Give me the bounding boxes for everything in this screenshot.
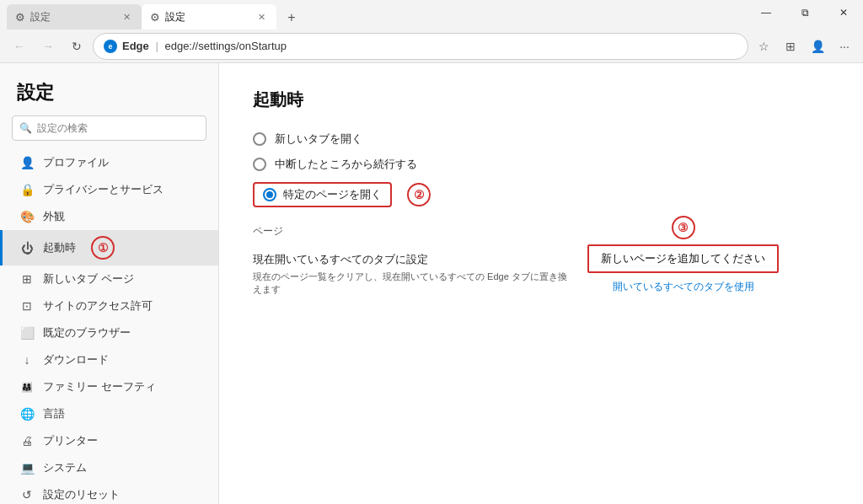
reset-icon: ↺ xyxy=(19,488,35,501)
current-tabs-desc: 現在のページ一覧をクリアし、現在開いているすべての Edge タブに置き換えます xyxy=(253,271,573,297)
back-button[interactable]: ← xyxy=(7,34,32,59)
address-text: Edge | edge://settings/onStartup xyxy=(122,40,737,52)
sidebar-title: 設定 xyxy=(0,63,218,115)
system-icon: 💻 xyxy=(19,461,35,475)
tab2-close-icon[interactable]: ✕ xyxy=(255,10,268,24)
radio-label-continue: 中断したところから続行する xyxy=(275,157,417,172)
titlebar: ⚙ 設定 ✕ ⚙ 設定 ✕ + — ⧉ ✕ xyxy=(0,0,863,29)
gear-icon-tab1: ⚙ xyxy=(15,11,25,24)
profile-sidebar-icon: 👤 xyxy=(19,156,35,169)
annotation-1: ① xyxy=(91,236,115,260)
current-tabs-section: 現在開いているすべてのタブに設定 現在のページ一覧をクリアし、現在開いているすべ… xyxy=(253,252,573,297)
main-layout: 設定 🔍 👤 プロファイル 🔒 プライバシーとサービス 🎨 外観 ⏻ 起動時 ①… xyxy=(0,63,863,504)
close-button[interactable]: ✕ xyxy=(824,0,863,28)
lock-icon: 🔒 xyxy=(19,183,35,196)
sidebar-item-family[interactable]: 👨‍👩‍👧 ファミリー セーフティ xyxy=(0,373,218,400)
radio-label-specific: 特定のページを開く xyxy=(283,187,382,202)
address-separator: | xyxy=(155,40,158,52)
printer-icon: 🖨 xyxy=(19,434,35,448)
search-box[interactable]: 🔍 xyxy=(12,115,206,141)
tab1-close-icon[interactable]: ✕ xyxy=(120,10,133,24)
profile-icon[interactable]: 👤 xyxy=(806,35,829,58)
sidebar-item-label: プリンター xyxy=(43,433,98,448)
gear-icon-tab2: ⚙ xyxy=(150,11,160,24)
sidebar-item-defaultbrowser[interactable]: ⬜ 既定のブラウザー xyxy=(0,319,218,346)
sidebar-item-newtab[interactable]: ⊞ 新しいタブ ページ xyxy=(0,265,218,292)
use-all-tabs-link[interactable]: 開いているすべてのタブを使用 xyxy=(587,280,779,294)
sidebar-item-privacy[interactable]: 🔒 プライバシーとサービス xyxy=(0,176,218,203)
collections-icon[interactable]: ⊞ xyxy=(779,35,802,58)
defaultbrowser-icon: ⬜ xyxy=(19,326,35,340)
minimize-button[interactable]: — xyxy=(747,0,785,28)
sidebar-item-label: システム xyxy=(43,460,87,475)
radio-circle-specific xyxy=(263,188,276,201)
sidebar-item-siteaccess[interactable]: ⊡ サイトのアクセス許可 xyxy=(0,292,218,319)
tab2-label: 設定 xyxy=(165,10,185,24)
sidebar-item-label: 起動時 xyxy=(43,240,76,255)
refresh-button[interactable]: ↻ xyxy=(64,34,89,59)
restore-button[interactable]: ⧉ xyxy=(785,0,824,28)
address-input[interactable]: e Edge | edge://settings/onStartup xyxy=(93,33,748,60)
tab1-label: 設定 xyxy=(30,10,51,24)
address-bar: ← → ↻ e Edge | edge://settings/onStartup… xyxy=(0,29,863,63)
annotation-2: ② xyxy=(407,183,431,206)
sidebar-item-reset[interactable]: ↺ 設定のリセット xyxy=(0,481,218,504)
specific-page-box: 特定のページを開く xyxy=(253,182,392,207)
sidebar: 設定 🔍 👤 プロファイル 🔒 プライバシーとサービス 🎨 外観 ⏻ 起動時 ①… xyxy=(0,63,219,504)
sidebar-item-downloads[interactable]: ↓ ダウンロード xyxy=(0,346,218,373)
forward-button[interactable]: → xyxy=(35,34,61,59)
sidebar-item-printer[interactable]: 🖨 プリンター xyxy=(0,427,218,454)
sidebar-item-label: プライバシーとサービス xyxy=(43,182,163,197)
radio-circle-continue xyxy=(253,158,266,171)
sidebar-item-label: 設定のリセット xyxy=(43,487,120,502)
address-url: edge://settings/onStartup xyxy=(164,40,287,52)
radio-circle-newtab xyxy=(253,132,266,146)
radio-label-newtab: 新しいタブを開く xyxy=(275,131,362,147)
radio-newtab[interactable]: 新しいタブを開く xyxy=(253,131,829,147)
menu-button[interactable]: ··· xyxy=(833,35,856,58)
pages-section: ページ 現在開いているすべてのタブに設定 現在のページ一覧をクリアし、現在開いて… xyxy=(253,224,829,297)
siteaccess-icon: ⊡ xyxy=(19,299,35,313)
family-icon: 👨‍👩‍👧 xyxy=(19,382,35,393)
downloads-icon: ↓ xyxy=(19,353,35,367)
startup-icon: ⏻ xyxy=(19,241,35,255)
page-title: 起動時 xyxy=(253,88,829,111)
startup-radio-group: 新しいタブを開く 中断したところから続行する 特定のページを開く ② xyxy=(253,131,829,207)
search-icon: 🔍 xyxy=(19,122,32,134)
sidebar-item-label: 新しいタブ ページ xyxy=(43,271,134,287)
sidebar-item-label: 外観 xyxy=(43,209,65,224)
favorites-icon[interactable]: ☆ xyxy=(752,35,775,58)
sidebar-item-label: サイトのアクセス許可 xyxy=(43,298,153,314)
appearance-icon: 🎨 xyxy=(19,210,35,223)
radio-specific[interactable]: 特定のページを開く ② xyxy=(253,182,829,207)
search-input[interactable] xyxy=(37,122,199,134)
address-bar-icons: ☆ ⊞ 👤 ··· xyxy=(752,35,856,58)
radio-continue[interactable]: 中断したところから続行する xyxy=(253,157,829,172)
sidebar-item-profile[interactable]: 👤 プロファイル xyxy=(0,149,218,176)
sidebar-item-label: 言語 xyxy=(43,406,65,421)
favicon: e xyxy=(104,40,117,53)
sidebar-item-language[interactable]: 🌐 言語 xyxy=(0,400,218,427)
sidebar-item-system[interactable]: 💻 システム xyxy=(0,454,218,481)
current-tabs-label: 現在開いているすべてのタブに設定 xyxy=(253,252,573,267)
tab-inactive-1[interactable]: ⚙ 設定 ✕ xyxy=(7,4,142,29)
content-area: 起動時 新しいタブを開く 中断したところから続行する 特定のページを開く ② xyxy=(219,63,863,504)
new-tab-button[interactable]: + xyxy=(280,6,303,29)
sidebar-item-label: プロファイル xyxy=(43,155,109,170)
window-controls: — ⧉ ✕ xyxy=(747,0,863,28)
sidebar-item-startup[interactable]: ⏻ 起動時 ① xyxy=(0,230,218,265)
annotation-3: ③ xyxy=(672,216,695,239)
pages-label: ページ xyxy=(253,224,573,239)
address-prefix: Edge xyxy=(122,40,149,52)
language-icon: 🌐 xyxy=(19,407,35,421)
sidebar-item-label: 既定のブラウザー xyxy=(43,325,131,340)
tab-active-2[interactable]: ⚙ 設定 ✕ xyxy=(142,4,276,29)
sidebar-item-label: ファミリー セーフティ xyxy=(43,379,156,394)
sidebar-item-appearance[interactable]: 🎨 外観 xyxy=(0,203,218,230)
add-page-section: ③ 新しいページを追加してください 開いているすべてのタブを使用 xyxy=(587,216,779,294)
newtab-icon: ⊞ xyxy=(19,272,35,286)
sidebar-item-label: ダウンロード xyxy=(43,352,109,367)
add-page-button[interactable]: 新しいページを追加してください xyxy=(587,244,779,273)
